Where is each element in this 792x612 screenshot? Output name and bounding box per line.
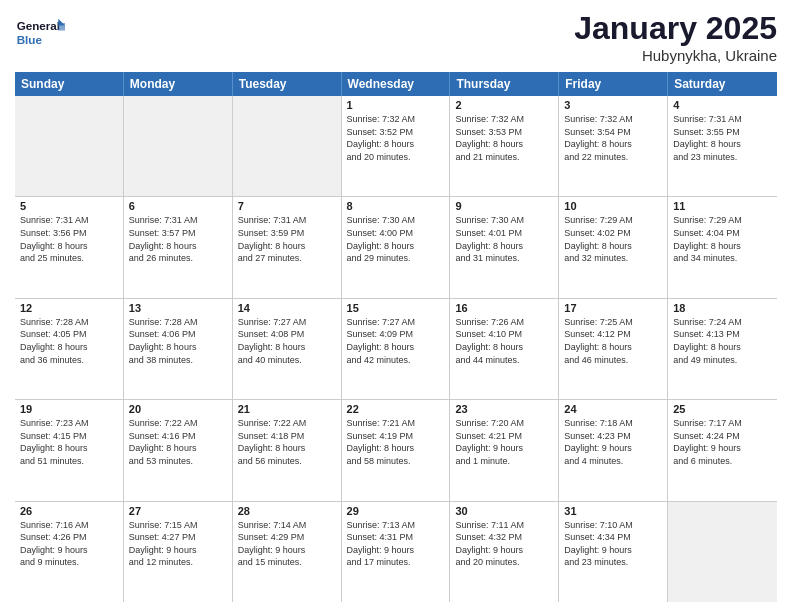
day-info: Sunrise: 7:31 AMSunset: 3:59 PMDaylight:…: [238, 214, 336, 264]
day-info: Sunrise: 7:24 AMSunset: 4:13 PMDaylight:…: [673, 316, 772, 366]
svg-marker-3: [58, 23, 65, 30]
day-info: Sunrise: 7:29 AMSunset: 4:02 PMDaylight:…: [564, 214, 662, 264]
day-number: 12: [20, 302, 118, 314]
calendar-cell: 12Sunrise: 7:28 AMSunset: 4:05 PMDayligh…: [15, 299, 124, 399]
day-info: Sunrise: 7:29 AMSunset: 4:04 PMDaylight:…: [673, 214, 772, 264]
day-number: 19: [20, 403, 118, 415]
calendar-cell: 4Sunrise: 7:31 AMSunset: 3:55 PMDaylight…: [668, 96, 777, 196]
calendar-cell: 1Sunrise: 7:32 AMSunset: 3:52 PMDaylight…: [342, 96, 451, 196]
header: General Blue January 2025 Hubynykha, Ukr…: [15, 10, 777, 64]
title-block: January 2025 Hubynykha, Ukraine: [574, 10, 777, 64]
day-info: Sunrise: 7:32 AMSunset: 3:53 PMDaylight:…: [455, 113, 553, 163]
calendar-cell: 10Sunrise: 7:29 AMSunset: 4:02 PMDayligh…: [559, 197, 668, 297]
calendar-cell: 22Sunrise: 7:21 AMSunset: 4:19 PMDayligh…: [342, 400, 451, 500]
day-number: 30: [455, 505, 553, 517]
calendar-cell: 16Sunrise: 7:26 AMSunset: 4:10 PMDayligh…: [450, 299, 559, 399]
day-info: Sunrise: 7:31 AMSunset: 3:56 PMDaylight:…: [20, 214, 118, 264]
day-info: Sunrise: 7:31 AMSunset: 3:57 PMDaylight:…: [129, 214, 227, 264]
calendar-cell: 14Sunrise: 7:27 AMSunset: 4:08 PMDayligh…: [233, 299, 342, 399]
day-number: 2: [455, 99, 553, 111]
day-number: 17: [564, 302, 662, 314]
calendar-cell: 11Sunrise: 7:29 AMSunset: 4:04 PMDayligh…: [668, 197, 777, 297]
calendar-row: 12Sunrise: 7:28 AMSunset: 4:05 PMDayligh…: [15, 299, 777, 400]
weekday-header: Friday: [559, 72, 668, 96]
day-number: 22: [347, 403, 445, 415]
calendar-cell: 15Sunrise: 7:27 AMSunset: 4:09 PMDayligh…: [342, 299, 451, 399]
day-number: 25: [673, 403, 772, 415]
day-number: 13: [129, 302, 227, 314]
day-info: Sunrise: 7:23 AMSunset: 4:15 PMDaylight:…: [20, 417, 118, 467]
calendar-cell: [668, 502, 777, 602]
day-info: Sunrise: 7:30 AMSunset: 4:00 PMDaylight:…: [347, 214, 445, 264]
calendar-cell: 5Sunrise: 7:31 AMSunset: 3:56 PMDaylight…: [15, 197, 124, 297]
day-info: Sunrise: 7:10 AMSunset: 4:34 PMDaylight:…: [564, 519, 662, 569]
day-number: 27: [129, 505, 227, 517]
month-title: January 2025: [574, 10, 777, 47]
day-info: Sunrise: 7:21 AMSunset: 4:19 PMDaylight:…: [347, 417, 445, 467]
day-info: Sunrise: 7:22 AMSunset: 4:18 PMDaylight:…: [238, 417, 336, 467]
day-info: Sunrise: 7:26 AMSunset: 4:10 PMDaylight:…: [455, 316, 553, 366]
day-number: 6: [129, 200, 227, 212]
calendar-cell: 28Sunrise: 7:14 AMSunset: 4:29 PMDayligh…: [233, 502, 342, 602]
calendar-cell: 3Sunrise: 7:32 AMSunset: 3:54 PMDaylight…: [559, 96, 668, 196]
day-number: 14: [238, 302, 336, 314]
day-number: 8: [347, 200, 445, 212]
logo: General Blue: [15, 10, 65, 55]
weekday-header: Saturday: [668, 72, 777, 96]
day-info: Sunrise: 7:13 AMSunset: 4:31 PMDaylight:…: [347, 519, 445, 569]
calendar-cell: [233, 96, 342, 196]
calendar-cell: 29Sunrise: 7:13 AMSunset: 4:31 PMDayligh…: [342, 502, 451, 602]
calendar-body: 1Sunrise: 7:32 AMSunset: 3:52 PMDaylight…: [15, 96, 777, 602]
day-number: 7: [238, 200, 336, 212]
day-info: Sunrise: 7:11 AMSunset: 4:32 PMDaylight:…: [455, 519, 553, 569]
calendar-cell: 30Sunrise: 7:11 AMSunset: 4:32 PMDayligh…: [450, 502, 559, 602]
day-number: 21: [238, 403, 336, 415]
day-info: Sunrise: 7:15 AMSunset: 4:27 PMDaylight:…: [129, 519, 227, 569]
day-number: 3: [564, 99, 662, 111]
weekday-header: Monday: [124, 72, 233, 96]
day-number: 10: [564, 200, 662, 212]
calendar-cell: 23Sunrise: 7:20 AMSunset: 4:21 PMDayligh…: [450, 400, 559, 500]
calendar-cell: 20Sunrise: 7:22 AMSunset: 4:16 PMDayligh…: [124, 400, 233, 500]
day-info: Sunrise: 7:22 AMSunset: 4:16 PMDaylight:…: [129, 417, 227, 467]
day-number: 5: [20, 200, 118, 212]
calendar-cell: 21Sunrise: 7:22 AMSunset: 4:18 PMDayligh…: [233, 400, 342, 500]
day-info: Sunrise: 7:30 AMSunset: 4:01 PMDaylight:…: [455, 214, 553, 264]
page: General Blue January 2025 Hubynykha, Ukr…: [0, 0, 792, 612]
location: Hubynykha, Ukraine: [574, 47, 777, 64]
day-info: Sunrise: 7:27 AMSunset: 4:09 PMDaylight:…: [347, 316, 445, 366]
weekday-header: Tuesday: [233, 72, 342, 96]
day-info: Sunrise: 7:25 AMSunset: 4:12 PMDaylight:…: [564, 316, 662, 366]
calendar-cell: 8Sunrise: 7:30 AMSunset: 4:00 PMDaylight…: [342, 197, 451, 297]
calendar-cell: 26Sunrise: 7:16 AMSunset: 4:26 PMDayligh…: [15, 502, 124, 602]
day-number: 23: [455, 403, 553, 415]
day-info: Sunrise: 7:31 AMSunset: 3:55 PMDaylight:…: [673, 113, 772, 163]
day-number: 1: [347, 99, 445, 111]
day-info: Sunrise: 7:20 AMSunset: 4:21 PMDaylight:…: [455, 417, 553, 467]
calendar-cell: 24Sunrise: 7:18 AMSunset: 4:23 PMDayligh…: [559, 400, 668, 500]
weekday-header: Thursday: [450, 72, 559, 96]
calendar-cell: 19Sunrise: 7:23 AMSunset: 4:15 PMDayligh…: [15, 400, 124, 500]
calendar-cell: 9Sunrise: 7:30 AMSunset: 4:01 PMDaylight…: [450, 197, 559, 297]
day-number: 9: [455, 200, 553, 212]
day-number: 20: [129, 403, 227, 415]
calendar-cell: 13Sunrise: 7:28 AMSunset: 4:06 PMDayligh…: [124, 299, 233, 399]
day-info: Sunrise: 7:16 AMSunset: 4:26 PMDaylight:…: [20, 519, 118, 569]
calendar-row: 5Sunrise: 7:31 AMSunset: 3:56 PMDaylight…: [15, 197, 777, 298]
svg-text:Blue: Blue: [17, 33, 43, 46]
day-number: 24: [564, 403, 662, 415]
day-info: Sunrise: 7:32 AMSunset: 3:52 PMDaylight:…: [347, 113, 445, 163]
day-number: 18: [673, 302, 772, 314]
day-info: Sunrise: 7:28 AMSunset: 4:05 PMDaylight:…: [20, 316, 118, 366]
calendar-cell: 7Sunrise: 7:31 AMSunset: 3:59 PMDaylight…: [233, 197, 342, 297]
svg-text:General: General: [17, 19, 60, 32]
calendar-row: 1Sunrise: 7:32 AMSunset: 3:52 PMDaylight…: [15, 96, 777, 197]
calendar-row: 26Sunrise: 7:16 AMSunset: 4:26 PMDayligh…: [15, 502, 777, 602]
calendar-row: 19Sunrise: 7:23 AMSunset: 4:15 PMDayligh…: [15, 400, 777, 501]
calendar-cell: 18Sunrise: 7:24 AMSunset: 4:13 PMDayligh…: [668, 299, 777, 399]
calendar-cell: [15, 96, 124, 196]
calendar-header: SundayMondayTuesdayWednesdayThursdayFrid…: [15, 72, 777, 96]
calendar-cell: 2Sunrise: 7:32 AMSunset: 3:53 PMDaylight…: [450, 96, 559, 196]
day-number: 4: [673, 99, 772, 111]
calendar-cell: 25Sunrise: 7:17 AMSunset: 4:24 PMDayligh…: [668, 400, 777, 500]
